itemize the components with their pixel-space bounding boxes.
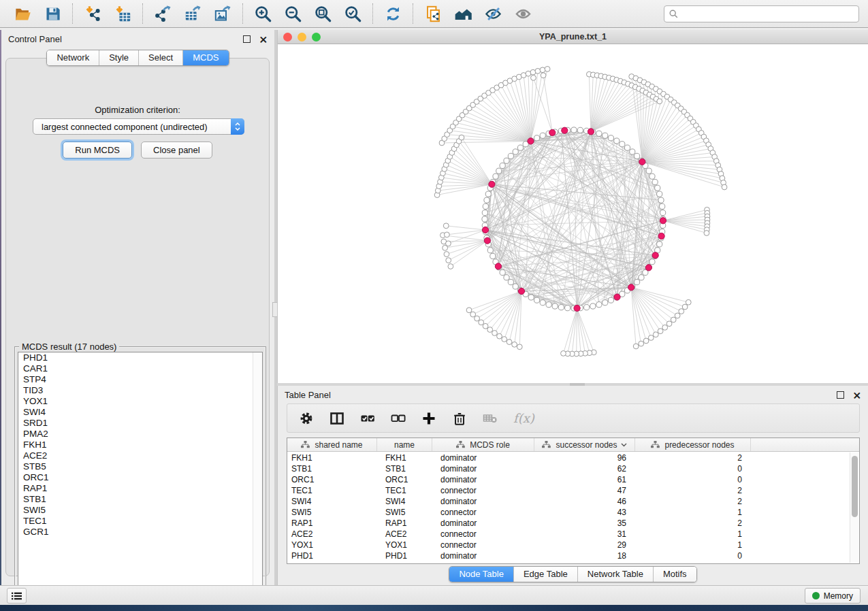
mcds-result-item[interactable]: SWI5 xyxy=(18,505,262,516)
column-header-predecessor-nodes[interactable]: predecessor nodes xyxy=(635,438,751,451)
settings-gear-button[interactable] xyxy=(299,410,314,427)
table-panel-float-button[interactable] xyxy=(837,391,852,399)
mcds-result-item[interactable]: PHD1 xyxy=(18,352,262,363)
cell-name: ORC1 xyxy=(377,475,432,484)
zoom-in-button[interactable] xyxy=(252,3,274,24)
mcds-result-item[interactable]: TEC1 xyxy=(18,516,262,527)
column-header-MCDS-role[interactable]: MCDS role xyxy=(432,438,534,451)
mcds-result-item[interactable]: TID3 xyxy=(18,385,262,396)
table-tab-node-table[interactable]: Node Table xyxy=(449,567,514,582)
table-row[interactable]: TEC1TEC1connector472 xyxy=(287,485,849,496)
result-list-scrollbar[interactable] xyxy=(253,352,262,596)
tab-mcds[interactable]: MCDS xyxy=(183,50,228,65)
mcds-result-item[interactable]: YOX1 xyxy=(18,396,262,407)
cell-predecessor-nodes: 0 xyxy=(635,464,751,474)
tab-network[interactable]: Network xyxy=(47,50,99,65)
add-column-icon xyxy=(421,411,436,426)
import-network-button[interactable] xyxy=(82,3,103,24)
close-panel-button[interactable]: Close panel xyxy=(141,142,212,159)
run-mcds-button[interactable]: Run MCDS xyxy=(63,142,132,159)
table-scrollbar[interactable] xyxy=(850,452,858,563)
cell-mcds-role: connector xyxy=(432,508,534,517)
mcds-result-item[interactable]: STB5 xyxy=(18,461,262,472)
import-table-button[interactable] xyxy=(112,3,133,24)
open-file-button[interactable] xyxy=(12,3,33,24)
cell-successor-nodes: 47 xyxy=(534,486,635,495)
network-canvas[interactable] xyxy=(278,44,868,382)
cell-predecessor-nodes: 1 xyxy=(635,529,751,539)
network-window-titlebar[interactable]: YPA_prune.txt_1 xyxy=(278,30,868,44)
table-panel-close-button[interactable]: ⨯ xyxy=(852,391,861,399)
delete-column-button[interactable] xyxy=(452,410,467,427)
zoom-selected-button[interactable] xyxy=(342,3,364,24)
add-column-button[interactable] xyxy=(421,410,436,427)
tab-style[interactable]: Style xyxy=(99,50,139,65)
export-table-button[interactable] xyxy=(182,3,204,24)
main-toolbar xyxy=(0,0,868,28)
table-row[interactable]: ORC1ORC1dominator610 xyxy=(287,474,849,485)
mcds-result-item[interactable]: FKH1 xyxy=(18,440,262,450)
mcds-result-item[interactable]: ACE2 xyxy=(18,450,262,461)
mcds-result-item[interactable]: GCR1 xyxy=(18,527,262,538)
mcds-result-list[interactable]: PHD1CAR1STP4TID3YOX1SWI4SRD1PMA2FKH1ACE2… xyxy=(18,352,263,597)
mcds-result-item[interactable]: STB1 xyxy=(18,494,262,505)
table-row[interactable]: YOX1YOX1connector291 xyxy=(287,540,849,550)
zoom-selected-icon xyxy=(344,5,362,23)
table-scrollbar-thumb[interactable] xyxy=(852,456,858,517)
export-image-icon xyxy=(214,5,232,23)
table-row[interactable]: ACE2ACE2connector311 xyxy=(287,529,849,540)
deselect-checkboxes-button[interactable] xyxy=(391,410,406,427)
mcds-result-item[interactable]: STP4 xyxy=(18,374,262,385)
cell-name: STB1 xyxy=(377,464,432,474)
select-all-checkboxes-button[interactable] xyxy=(360,410,375,427)
control-panel-close-button[interactable]: ⨯ xyxy=(259,35,268,43)
mcds-result-item[interactable]: PMA2 xyxy=(18,429,262,440)
table-row[interactable]: SWI4SWI4dominator462 xyxy=(287,496,849,507)
graphics-details-button[interactable] xyxy=(482,3,504,24)
zoom-out-button[interactable] xyxy=(282,3,304,24)
cell-shared-name: STB1 xyxy=(287,464,377,474)
table-row[interactable]: SWI5SWI5connector431 xyxy=(287,507,849,518)
criterion-dropdown[interactable]: largest connected component (undirected) xyxy=(33,118,244,135)
function-builder-button[interactable]: f(x) xyxy=(513,410,534,427)
delete-table-button[interactable] xyxy=(483,410,498,427)
table-tab-edge-table[interactable]: Edge Table xyxy=(514,567,578,582)
table-tab-motifs[interactable]: Motifs xyxy=(654,567,696,582)
export-network-button[interactable] xyxy=(152,3,174,24)
save-session-button[interactable] xyxy=(42,3,63,24)
table-tab-network-table[interactable]: Network Table xyxy=(578,567,654,582)
export-image-button[interactable] xyxy=(212,3,234,24)
mcds-result-item[interactable]: RAP1 xyxy=(18,483,262,494)
table-row[interactable]: FKH1FKH1dominator962 xyxy=(287,452,849,463)
search-input[interactable] xyxy=(681,8,854,19)
column-header-shared-name[interactable]: shared name xyxy=(287,438,377,451)
zoom-fit-button[interactable] xyxy=(312,3,334,24)
import-table-icon xyxy=(114,5,132,23)
column-header-successor-nodes[interactable]: successor nodes xyxy=(534,438,635,451)
tab-select[interactable]: Select xyxy=(139,50,183,65)
cell-predecessor-nodes: 1 xyxy=(635,508,751,517)
control-panel-float-button[interactable] xyxy=(243,35,259,43)
network-from-document-button[interactable] xyxy=(422,3,444,24)
mcds-result-item[interactable]: SWI4 xyxy=(18,407,262,418)
mcds-result-item[interactable]: SRD1 xyxy=(18,418,262,429)
node-table[interactable]: shared namename MCDS role successor node… xyxy=(287,437,860,564)
network-graph[interactable] xyxy=(278,44,867,382)
hide-graphics-button[interactable] xyxy=(512,3,534,24)
search-box[interactable] xyxy=(664,5,859,22)
mcds-result-item[interactable]: CAR1 xyxy=(18,363,262,374)
status-bar: Memory xyxy=(0,585,868,605)
mcds-result-item[interactable]: ORC1 xyxy=(18,472,262,483)
network-window-title: YPA_prune.txt_1 xyxy=(278,32,868,42)
column-header-name[interactable]: name xyxy=(377,438,432,451)
table-row[interactable]: STB1STB1dominator620 xyxy=(287,463,849,474)
function-builder-icon: f(x) xyxy=(513,411,534,425)
task-history-button[interactable] xyxy=(7,588,27,604)
memory-button[interactable]: Memory xyxy=(805,588,861,604)
cell-name: PHD1 xyxy=(377,551,432,561)
table-row[interactable]: PHD1PHD1dominator180 xyxy=(287,550,849,561)
refresh-layout-button[interactable] xyxy=(382,3,404,24)
split-columns-button[interactable] xyxy=(329,410,344,427)
home-samples-button[interactable] xyxy=(452,3,474,24)
table-row[interactable]: RAP1RAP1dominator352 xyxy=(287,518,849,529)
